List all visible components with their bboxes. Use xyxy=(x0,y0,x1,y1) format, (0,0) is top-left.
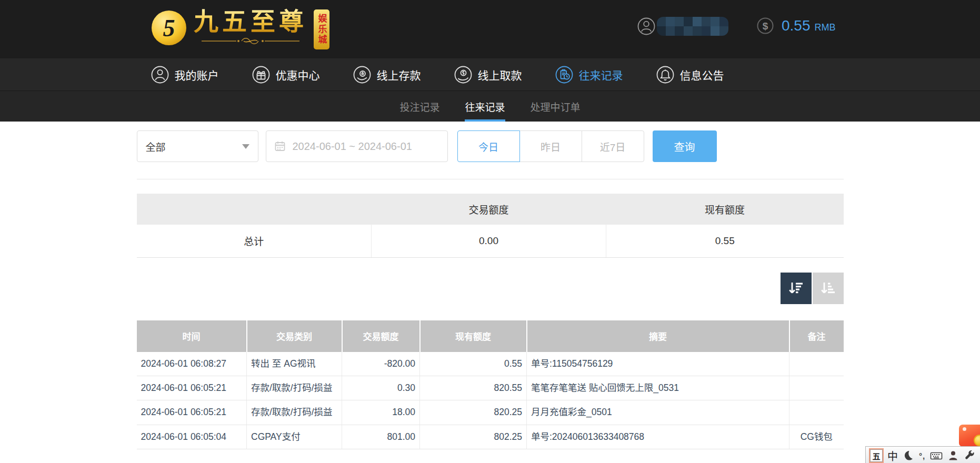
pixel xyxy=(684,26,693,36)
top-header-bar: 5 九五至尊 娱乐城 $ 0.55 RMB xyxy=(0,0,980,58)
quick-label: 昨日 xyxy=(541,139,561,154)
query-button[interactable]: 查询 xyxy=(653,130,717,162)
date-range-value: 2024-06-01 ~ 2024-06-01 xyxy=(293,140,412,153)
summary-total-label: 总计 xyxy=(137,225,372,257)
quick-today-button[interactable]: 今日 xyxy=(457,130,520,162)
ime-language-bar: 五 中 °, xyxy=(865,446,980,463)
cell-summary: 笔笔存笔笔送 贴心回馈无上限_0531 xyxy=(527,376,789,400)
cell-remark xyxy=(789,376,844,400)
cell-balance: 802.25 xyxy=(420,425,527,449)
cell-amount: 18.00 xyxy=(342,400,420,425)
redacted-username xyxy=(657,17,728,36)
table-row: 2024-06-01 06:05:21 存款/取款/打码/损益 0.30 820… xyxy=(137,376,844,400)
gold-coin-icon xyxy=(974,435,980,446)
site-logo[interactable]: 5 九五至尊 娱乐城 xyxy=(152,6,329,49)
chevron-down-icon xyxy=(242,144,249,149)
date-range-input[interactable]: 2024-06-01 ~ 2024-06-01 xyxy=(266,130,448,162)
table-row: 2024-06-01 06:08:27 转出 至 AG视讯 -820.00 0.… xyxy=(137,352,844,376)
summary-table: 交易额度 现有额度 总计 0.00 0.55 xyxy=(137,194,844,258)
sort-ascending-icon xyxy=(818,279,837,298)
pixel xyxy=(666,17,675,26)
logo-badge: 娱乐城 xyxy=(314,9,329,49)
bell-icon xyxy=(656,65,675,84)
nav-item-announcements[interactable]: 信息公告 xyxy=(656,65,724,84)
sort-descending-button[interactable] xyxy=(781,273,812,304)
cell-remark xyxy=(789,352,844,376)
cell-balance: 0.55 xyxy=(420,352,527,376)
ime-person-icon[interactable] xyxy=(947,450,959,461)
summary-total-row: 总计 0.00 0.55 xyxy=(137,225,844,257)
logo-texts: 九五至尊 xyxy=(194,6,307,45)
quick-date-group: 今日 昨日 近7日 xyxy=(457,130,644,162)
pixel xyxy=(693,17,702,26)
user-icon xyxy=(151,65,169,84)
ime-keyboard-icon[interactable] xyxy=(930,450,943,461)
pixel xyxy=(719,17,728,26)
ime-punctuation-icon[interactable]: °, xyxy=(919,451,925,460)
cell-type: 存款/取款/打码/损益 xyxy=(247,376,342,400)
ime-fullwidth-moon-icon[interactable] xyxy=(903,450,914,461)
calendar-icon xyxy=(274,140,286,153)
quick-last7days-button[interactable]: 近7日 xyxy=(582,130,644,162)
nav-item-deposit[interactable]: 线上存款 xyxy=(353,65,421,84)
tab-label: 往来记录 xyxy=(465,99,505,114)
ime-wrench-icon[interactable] xyxy=(964,450,975,461)
ime-wubi-icon[interactable]: 五 xyxy=(870,449,883,462)
summary-transaction-total: 0.00 xyxy=(372,225,606,257)
quick-label: 今日 xyxy=(478,139,498,154)
balance-area[interactable]: $ 0.55 RMB xyxy=(756,17,836,35)
quick-label: 近7日 xyxy=(600,139,626,154)
tab-label: 处理中订单 xyxy=(531,99,581,114)
svg-text:$: $ xyxy=(763,21,768,32)
ime-chinese-mode-icon[interactable]: 中 xyxy=(887,448,898,463)
cell-summary: 单号:202406013633408768 xyxy=(527,425,789,449)
cell-time: 2024-06-01 06:05:21 xyxy=(137,400,247,425)
red-packet-float-button[interactable] xyxy=(959,425,980,447)
section-divider xyxy=(137,179,844,179)
type-select[interactable]: 全部 xyxy=(137,130,258,162)
pixel xyxy=(657,26,666,36)
pixel xyxy=(684,17,693,26)
records-table: 时间 交易类别 交易额度 现有额度 摘要 备注 2024-06-01 06:08… xyxy=(137,320,844,450)
user-account-area[interactable] xyxy=(637,17,728,36)
nav-item-promotions[interactable]: 优惠中心 xyxy=(252,65,320,84)
sub-tab-bar: 投注记录 往来记录 处理中订单 xyxy=(0,90,980,122)
records-icon xyxy=(555,65,574,84)
balance-amount: 0.55 xyxy=(782,17,811,34)
nav-item-my-account[interactable]: 我的账户 xyxy=(151,65,219,84)
cell-balance: 820.25 xyxy=(420,400,527,425)
pixel xyxy=(702,17,711,26)
balance-currency: RMB xyxy=(815,22,836,33)
nav-item-transaction-records[interactable]: 往来记录 xyxy=(555,65,623,84)
withdraw-icon xyxy=(454,65,473,84)
deposit-icon xyxy=(353,65,372,84)
pixel xyxy=(675,17,684,26)
col-header-balance: 现有额度 xyxy=(420,320,527,352)
dollar-coin-icon: $ xyxy=(756,17,774,35)
cell-type: 转出 至 AG视讯 xyxy=(247,352,342,376)
tab-label: 投注记录 xyxy=(399,99,439,114)
sort-ascending-button[interactable] xyxy=(813,273,844,304)
nav-item-withdraw[interactable]: 线上取款 xyxy=(454,65,522,84)
cell-time: 2024-06-01 06:05:21 xyxy=(137,376,247,400)
summary-balance-total: 0.55 xyxy=(606,225,844,257)
nav-label: 我的账户 xyxy=(175,67,219,83)
pixel xyxy=(675,26,684,36)
sort-controls xyxy=(137,273,844,304)
records-header-row: 时间 交易类别 交易额度 现有额度 摘要 备注 xyxy=(137,320,844,352)
quick-yesterday-button[interactable]: 昨日 xyxy=(519,130,582,162)
col-header-remark: 备注 xyxy=(789,320,844,352)
pixel xyxy=(711,17,719,26)
tab-transaction-records[interactable]: 往来记录 xyxy=(465,91,505,122)
brand-name: 九五至尊 xyxy=(194,6,307,37)
nav-label: 线上取款 xyxy=(478,67,522,83)
col-header-summary: 摘要 xyxy=(527,320,789,352)
summary-header-balance: 现有额度 xyxy=(606,194,844,225)
page: { "colors": { "header_bg": "#1d1d1d", "a… xyxy=(0,0,980,463)
red-packet-highlight xyxy=(963,427,966,431)
cell-balance: 820.55 xyxy=(420,376,527,400)
active-tab-underline xyxy=(465,119,505,122)
tab-betting-records[interactable]: 投注记录 xyxy=(399,91,439,122)
gift-icon xyxy=(252,65,271,84)
tab-processing-orders[interactable]: 处理中订单 xyxy=(531,91,581,122)
